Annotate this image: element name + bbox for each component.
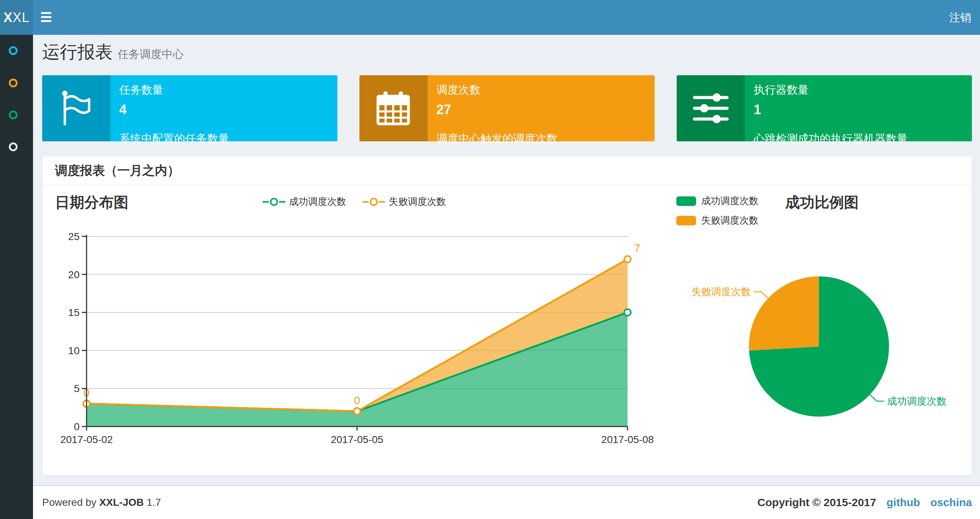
sidebar-item-1[interactable] [9, 46, 18, 55]
logo-bold-part: X [3, 10, 13, 26]
sidebar [0, 35, 33, 519]
sidebar-item-4[interactable] [9, 142, 18, 151]
report-panel: 调度报表（一月之内） 日期分布图 成功调度次数 失败调度次数 [42, 156, 972, 475]
sliders-icon [677, 75, 745, 141]
sidebar-item-3[interactable] [9, 110, 18, 119]
page-subtitle: 任务调度中心 [118, 48, 184, 60]
legend-swatch [676, 216, 696, 225]
line-marker-icon [262, 198, 285, 206]
stat-description: 心跳检测成功的执行器机器数量 [754, 131, 965, 147]
github-link[interactable]: github [886, 486, 920, 519]
stat-label: 执行器数量 [754, 83, 965, 97]
product-version: 1.7 [147, 497, 161, 508]
svg-text:失败调度次数: 失败调度次数 [691, 286, 751, 297]
calendar-icon [360, 75, 428, 141]
stat-label: 任务数量 [119, 83, 331, 97]
stat-description: 系统中配置的任务数量 [119, 131, 331, 147]
svg-text:2017-05-05: 2017-05-05 [331, 434, 383, 445]
logout-button[interactable]: 注销 [949, 0, 971, 35]
app-logo[interactable]: XXL [0, 0, 33, 35]
powered-by-text: Powered by XXL-JOB 1.7 [42, 486, 161, 519]
svg-text:10: 10 [68, 345, 80, 356]
job-count-box: 任务数量 4 系统中配置的任务数量 [42, 75, 337, 141]
main-footer: Powered by XXL-JOB 1.7 Copyright © 2015-… [33, 485, 980, 519]
legend-item-fail[interactable]: 失败调度次数 [676, 214, 759, 227]
line-chart-legend: 成功调度次数 失败调度次数 [262, 195, 446, 208]
page-header: 运行报表任务调度中心 [42, 40, 184, 64]
stat-label: 调度次数 [436, 83, 648, 97]
svg-text:20: 20 [68, 269, 80, 280]
svg-text:0: 0 [354, 394, 360, 406]
svg-text:0: 0 [74, 421, 80, 433]
stat-value: 4 [119, 102, 331, 117]
svg-text:7: 7 [634, 242, 640, 254]
flag-icon [42, 75, 110, 141]
page-title: 运行报表 [42, 42, 113, 62]
legend-label: 失败调度次数 [701, 214, 759, 227]
svg-text:2017-05-08: 2017-05-08 [601, 434, 654, 445]
circle-outline-icon [9, 110, 18, 119]
executor-count-content: 执行器数量 1 心跳检测成功的执行器机器数量 [745, 75, 972, 141]
product-name: XXL-JOB [99, 497, 144, 508]
circle-outline-icon [9, 78, 18, 87]
pie-chart-legend: 成功调度次数 失败调度次数 [676, 195, 759, 227]
line-chart-title: 日期分布图 [55, 192, 128, 212]
svg-text:25: 25 [68, 231, 80, 242]
circle-outline-icon [9, 46, 18, 55]
legend-label: 失败调度次数 [389, 195, 446, 208]
legend-item-fail[interactable]: 失败调度次数 [363, 195, 446, 208]
trigger-count-box: 调度次数 27 调度中心触发的调度次数 [360, 75, 655, 141]
stat-value: 27 [436, 102, 648, 117]
success-ratio-pie-chart: 成功调度次数失败调度次数 [660, 228, 976, 452]
legend-label: 成功调度次数 [289, 195, 346, 208]
legend-item-success[interactable]: 成功调度次数 [676, 195, 759, 208]
executor-count-box: 执行器数量 1 心跳检测成功的执行器机器数量 [677, 75, 972, 141]
pie-chart-title: 成功比例图 [749, 192, 895, 212]
job-count-content: 任务数量 4 系统中配置的任务数量 [110, 75, 337, 141]
stat-description: 调度中心触发的调度次数 [436, 131, 648, 147]
sidebar-toggle-hamburger-icon[interactable] [41, 12, 52, 22]
sidebar-item-2[interactable] [9, 78, 18, 87]
date-distribution-line-chart: 00705101520252017-05-022017-05-052017-05… [48, 228, 660, 452]
powered-prefix: Powered by [42, 497, 97, 508]
app-window: XXL 注销 运行报表任务调度中心 任务数量 4 系统中配置的任务数量 [0, 0, 980, 519]
panel-title: 调度报表（一月之内） [43, 156, 972, 185]
svg-text:成功调度次数: 成功调度次数 [887, 396, 947, 407]
oschina-link[interactable]: oschina [931, 486, 972, 519]
legend-item-success[interactable]: 成功调度次数 [262, 195, 346, 208]
line-marker-icon [363, 198, 385, 206]
stat-value: 1 [754, 102, 965, 117]
circle-outline-icon [9, 142, 18, 151]
legend-swatch [676, 196, 696, 206]
copyright-text: Copyright © 2015-2017 [757, 486, 876, 519]
svg-text:5: 5 [74, 383, 80, 394]
svg-text:15: 15 [68, 307, 80, 318]
svg-text:2017-05-02: 2017-05-02 [60, 434, 113, 445]
trigger-count-content: 调度次数 27 调度中心触发的调度次数 [428, 75, 655, 141]
top-navbar: XXL 注销 [0, 0, 980, 35]
logo-rest-part: XL [13, 10, 29, 26]
